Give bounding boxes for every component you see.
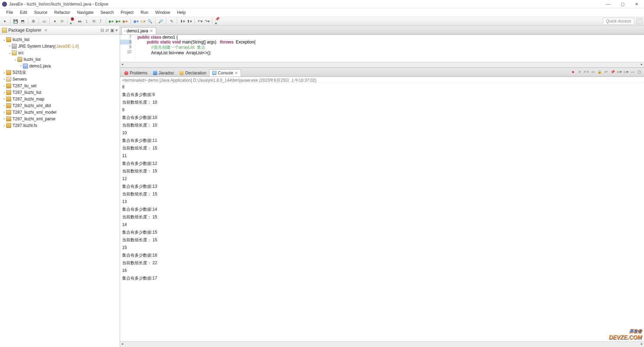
menu-project[interactable]: Project [117,9,137,16]
line-number: 7 [120,35,132,40]
search-icon[interactable]: 🔎 [158,18,164,24]
console-line: 集合有多少数据:11 [122,137,642,144]
server-icon[interactable]: ▾ [52,18,58,24]
skip-icon[interactable]: ⏭ [77,18,82,24]
tree-item[interactable]: ›T287_liuzhi_xml_model [0,109,120,115]
menu-help[interactable]: Help [174,9,189,16]
tree-item[interactable]: ›T287_liuzhi_list [0,89,120,96]
tab-label: Problems [130,71,148,75]
build-icon[interactable]: ⚙ [31,18,36,24]
open-perspective-icon[interactable]: ▭ [41,18,47,24]
code-line: public class demo1 { [137,35,644,40]
close-icon[interactable]: ✕ [234,71,238,75]
prev-annot-icon[interactable]: ⬆▾ [186,18,192,24]
console-output[interactable]: 8集合有多少数据:9当前数组长度： 109集合有多少数据:10当前数组长度： 1… [120,83,644,341]
close-icon[interactable]: ✕ [150,29,153,33]
save-all-icon[interactable]: ⬒ [20,18,25,24]
editor-horizontal-scrollbar[interactable] [120,62,644,67]
code-line: ArrayList list=new ArrayList<>(); [137,50,644,55]
remove-launch-icon[interactable]: ✕ [577,69,582,74]
terminate-icon[interactable]: ■ [570,69,576,74]
menu-source[interactable]: Source [31,9,51,16]
focus-icon[interactable]: ▣ [110,28,114,33]
src-icon [12,50,17,55]
folder-icon [6,77,11,82]
run-last-icon[interactable]: ▶▾ [116,18,121,24]
maximize-icon[interactable]: ▢ [621,2,625,7]
tab-label: Javadoc [159,71,174,75]
stepover-icon[interactable]: ⟲ [91,18,96,24]
clear-console-icon[interactable]: ▭ [590,69,596,74]
close-icon[interactable]: ✕ [635,2,638,7]
tree-item-label: T287_liuzhi_xml_dtd [13,103,51,108]
tree-item[interactable]: ›S2结业 [0,69,120,76]
editor-tab-demo1[interactable]: demo1.java ✕ [121,27,156,34]
min-icon[interactable]: — [630,69,635,74]
open-console-icon[interactable]: ▭▾ [623,69,629,74]
debug-icon[interactable]: 🐞▾ [70,18,75,24]
pin-console-icon[interactable]: 📌 [610,69,615,74]
view-menu-icon[interactable]: ▾ [116,28,118,33]
tree-item[interactable]: ›Servers [0,76,120,82]
back-icon[interactable]: ↶▾ [197,18,203,24]
max-icon[interactable]: ▢ [636,69,642,74]
word-wrap-icon[interactable]: ↩ [603,69,609,74]
tree-item-label: T287.liuzhi.fs [13,123,37,128]
tree-item[interactable]: ⌄liuzhi_list [0,56,120,63]
editor-body[interactable]: 78910 public class demo1 { public static… [120,35,644,62]
link-editor-icon[interactable]: ⇄ [105,28,109,33]
forward-icon[interactable]: ↷▾ [204,18,210,24]
menu-file[interactable]: File [3,9,16,16]
menu-run[interactable]: Run [137,9,152,16]
display-console-icon[interactable]: ▭▾ [617,69,622,74]
tree-item[interactable]: ›JRE System Library [JavaSE-1.8] [0,43,120,49]
step-icon[interactable]: ⤵ [84,18,89,24]
tree-item[interactable]: ›T287_liuzhi_map [0,96,120,102]
next-annot-icon[interactable]: ⬇▾ [180,18,185,24]
close-icon[interactable]: ✕ [44,28,48,33]
pin-icon[interactable]: 📌▾ [215,18,221,24]
perspective-button[interactable] [636,18,643,24]
menu-window[interactable]: Window [152,9,174,16]
console-horizontal-scrollbar[interactable] [120,341,644,347]
scroll-lock-icon[interactable]: 🔒 [597,69,602,74]
menu-edit[interactable]: Edit [16,9,31,16]
project-icon [6,116,11,121]
quick-access-input[interactable]: Quick Access [603,18,634,25]
tree-item[interactable]: ›T287_liu_set [0,82,120,89]
menu-refactor[interactable]: Refactor [51,9,73,16]
console-line: 集合有多少数据:16 [122,251,642,259]
console-line: 当前数组长度： 15 [122,167,642,175]
project-icon [6,83,11,88]
menu-navigate[interactable]: Navigate [73,9,97,16]
line-number: 10 [120,49,132,54]
tree-item[interactable]: ⌄src [0,49,120,56]
tab-javadoc[interactable]: Javadoc [150,70,177,76]
console-toolbar: ■ ✕ ✕✕ ▭ 🔒 ↩ 📌 ▭▾ ▭▾ — ▢ [570,69,642,74]
collapse-all-icon[interactable]: ⊟ [101,28,104,33]
tree-item[interactable]: ›demo1.java [0,63,120,69]
coverage-icon[interactable]: ▶▾ [122,18,128,24]
remove-all-icon[interactable]: ✕✕ [583,69,589,74]
stepout-icon[interactable]: ⤴ [98,18,103,24]
new-class-icon[interactable]: ◉▾ [133,18,139,24]
console-line: 当前数组长度： 10 [122,121,642,129]
new-pkg-icon[interactable]: ▭▾ [140,18,146,24]
project-tree[interactable]: ⌄liuzhi_list›JRE System Library [JavaSE-… [0,35,120,347]
refresh-icon[interactable]: ⟳ [59,18,65,24]
tab-declaration[interactable]: Declaration [177,70,209,76]
tab-problems[interactable]: Problems [121,70,150,76]
tree-item[interactable]: ›T287_liuzhi_xml_dtd [0,102,120,109]
tree-item[interactable]: ⌄liuzhi_list [0,36,120,43]
minimize-icon[interactable]: — [606,2,610,7]
save-icon[interactable]: 💾 [13,18,18,24]
tree-item[interactable]: ›T287_liuzhi_xml_parse [0,115,120,122]
run-icon[interactable]: ▶▾ [109,18,114,24]
new-icon[interactable]: ▾ [2,18,8,24]
toggle-mark-icon[interactable]: ✎ [169,18,174,24]
tab-console[interactable]: Console✕ [209,69,241,76]
open-type-icon[interactable]: 🔍 [147,18,153,24]
problems-icon [124,71,128,75]
tree-item[interactable]: ›T287.liuzhi.fs [0,122,120,129]
menu-search[interactable]: Search [97,9,117,16]
